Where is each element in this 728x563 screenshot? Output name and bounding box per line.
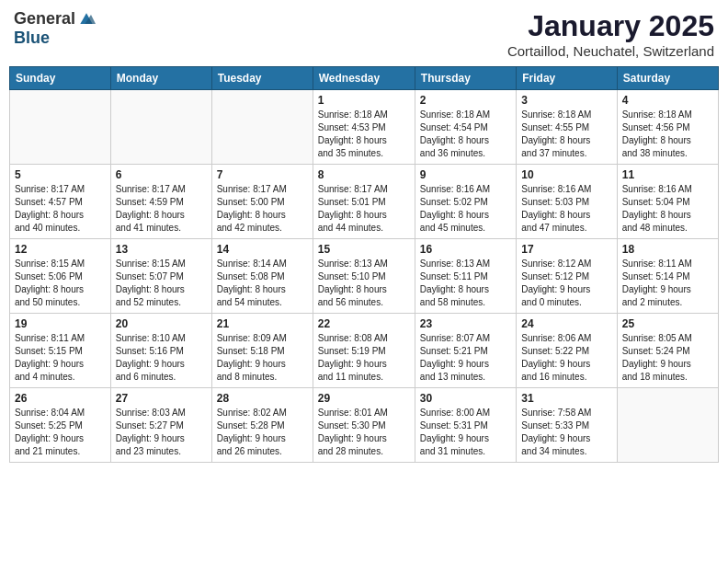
logo: General Blue (14, 9, 96, 48)
day-number: 17 (521, 243, 611, 256)
calendar-cell: 6Sunrise: 8:17 AM Sunset: 4:59 PM Daylig… (110, 165, 211, 239)
calendar-cell: 20Sunrise: 8:10 AM Sunset: 5:16 PM Dayli… (110, 314, 211, 388)
day-number: 24 (521, 317, 611, 330)
day-number: 14 (217, 243, 308, 256)
day-info: Sunrise: 8:14 AM Sunset: 5:08 PM Dayligh… (217, 258, 308, 309)
calendar-cell: 8Sunrise: 8:17 AM Sunset: 5:01 PM Daylig… (313, 165, 415, 239)
calendar-header-row: SundayMondayTuesdayWednesdayThursdayFrid… (10, 67, 719, 90)
calendar-cell: 3Sunrise: 8:18 AM Sunset: 4:55 PM Daylig… (517, 90, 617, 165)
day-number: 2 (420, 94, 511, 107)
calendar-cell: 31Sunrise: 7:58 AM Sunset: 5:33 PM Dayli… (517, 388, 617, 463)
calendar-cell: 19Sunrise: 8:11 AM Sunset: 5:15 PM Dayli… (10, 314, 111, 388)
calendar: SundayMondayTuesdayWednesdayThursdayFrid… (9, 66, 719, 463)
day-number: 23 (420, 317, 511, 330)
day-number: 5 (15, 168, 106, 181)
day-info: Sunrise: 8:17 AM Sunset: 4:59 PM Dayligh… (116, 183, 207, 235)
logo-blue: Blue (14, 29, 50, 48)
page-header: General Blue January 2025 Cortaillod, Ne… (9, 9, 719, 59)
calendar-cell: 17Sunrise: 8:12 AM Sunset: 5:12 PM Dayli… (517, 239, 617, 314)
weekday-header: Thursday (415, 67, 516, 90)
day-info: Sunrise: 8:01 AM Sunset: 5:30 PM Dayligh… (318, 407, 410, 458)
day-info: Sunrise: 8:05 AM Sunset: 5:24 PM Dayligh… (622, 332, 713, 384)
day-info: Sunrise: 8:11 AM Sunset: 5:15 PM Dayligh… (15, 332, 106, 384)
calendar-cell: 26Sunrise: 8:04 AM Sunset: 5:25 PM Dayli… (10, 388, 111, 463)
day-number: 9 (420, 168, 511, 181)
day-info: Sunrise: 8:11 AM Sunset: 5:14 PM Dayligh… (622, 258, 713, 309)
day-number: 11 (622, 168, 713, 181)
calendar-cell: 18Sunrise: 8:11 AM Sunset: 5:14 PM Dayli… (617, 239, 718, 314)
day-info: Sunrise: 8:13 AM Sunset: 5:11 PM Dayligh… (420, 258, 511, 309)
day-info: Sunrise: 8:17 AM Sunset: 4:57 PM Dayligh… (15, 183, 106, 235)
weekday-header: Wednesday (313, 67, 415, 90)
calendar-cell: 16Sunrise: 8:13 AM Sunset: 5:11 PM Dayli… (415, 239, 516, 314)
calendar-cell: 25Sunrise: 8:05 AM Sunset: 5:24 PM Dayli… (617, 314, 718, 388)
day-number: 29 (318, 392, 410, 405)
weekday-header: Monday (110, 67, 211, 90)
calendar-week-row: 5Sunrise: 8:17 AM Sunset: 4:57 PM Daylig… (10, 165, 719, 239)
calendar-cell: 9Sunrise: 8:16 AM Sunset: 5:02 PM Daylig… (415, 165, 516, 239)
calendar-cell: 4Sunrise: 8:18 AM Sunset: 4:56 PM Daylig… (617, 90, 718, 165)
day-number: 27 (116, 392, 207, 405)
calendar-cell: 13Sunrise: 8:15 AM Sunset: 5:07 PM Dayli… (110, 239, 211, 314)
calendar-cell: 5Sunrise: 8:17 AM Sunset: 4:57 PM Daylig… (10, 165, 111, 239)
day-number: 31 (521, 392, 611, 405)
calendar-cell (10, 90, 111, 165)
weekday-header: Saturday (617, 67, 718, 90)
day-number: 16 (420, 243, 511, 256)
day-info: Sunrise: 8:12 AM Sunset: 5:12 PM Dayligh… (521, 258, 611, 309)
calendar-cell: 27Sunrise: 8:03 AM Sunset: 5:27 PM Dayli… (110, 388, 211, 463)
day-number: 3 (521, 94, 611, 107)
calendar-cell: 10Sunrise: 8:16 AM Sunset: 5:03 PM Dayli… (517, 165, 617, 239)
day-number: 13 (116, 243, 207, 256)
day-number: 18 (622, 243, 713, 256)
day-number: 1 (318, 94, 410, 107)
day-number: 22 (318, 317, 410, 330)
day-info: Sunrise: 7:58 AM Sunset: 5:33 PM Dayligh… (521, 407, 611, 458)
calendar-cell: 30Sunrise: 8:00 AM Sunset: 5:31 PM Dayli… (415, 388, 516, 463)
calendar-cell: 7Sunrise: 8:17 AM Sunset: 5:00 PM Daylig… (211, 165, 313, 239)
day-info: Sunrise: 8:10 AM Sunset: 5:16 PM Dayligh… (116, 332, 207, 384)
day-info: Sunrise: 8:16 AM Sunset: 5:04 PM Dayligh… (622, 183, 713, 235)
calendar-cell: 1Sunrise: 8:18 AM Sunset: 4:53 PM Daylig… (313, 90, 415, 165)
day-number: 30 (420, 392, 511, 405)
calendar-cell: 21Sunrise: 8:09 AM Sunset: 5:18 PM Dayli… (211, 314, 313, 388)
day-number: 28 (217, 392, 308, 405)
calendar-cell: 29Sunrise: 8:01 AM Sunset: 5:30 PM Dayli… (313, 388, 415, 463)
day-info: Sunrise: 8:17 AM Sunset: 5:00 PM Dayligh… (217, 183, 308, 235)
calendar-week-row: 26Sunrise: 8:04 AM Sunset: 5:25 PM Dayli… (10, 388, 719, 463)
calendar-cell (110, 90, 211, 165)
weekday-header: Sunday (10, 67, 111, 90)
calendar-cell: 15Sunrise: 8:13 AM Sunset: 5:10 PM Dayli… (313, 239, 415, 314)
calendar-cell (211, 90, 313, 165)
day-info: Sunrise: 8:17 AM Sunset: 5:01 PM Dayligh… (318, 183, 410, 235)
day-info: Sunrise: 8:15 AM Sunset: 5:06 PM Dayligh… (15, 258, 106, 309)
calendar-cell: 24Sunrise: 8:06 AM Sunset: 5:22 PM Dayli… (517, 314, 617, 388)
day-number: 20 (116, 317, 207, 330)
calendar-cell: 22Sunrise: 8:08 AM Sunset: 5:19 PM Dayli… (313, 314, 415, 388)
day-number: 26 (15, 392, 106, 405)
weekday-header: Friday (517, 67, 617, 90)
calendar-cell: 14Sunrise: 8:14 AM Sunset: 5:08 PM Dayli… (211, 239, 313, 314)
calendar-week-row: 19Sunrise: 8:11 AM Sunset: 5:15 PM Dayli… (10, 314, 719, 388)
day-info: Sunrise: 8:00 AM Sunset: 5:31 PM Dayligh… (420, 407, 511, 458)
day-number: 15 (318, 243, 410, 256)
day-number: 12 (15, 243, 106, 256)
calendar-week-row: 12Sunrise: 8:15 AM Sunset: 5:06 PM Dayli… (10, 239, 719, 314)
day-number: 8 (318, 168, 410, 181)
day-info: Sunrise: 8:18 AM Sunset: 4:55 PM Dayligh… (521, 109, 611, 160)
calendar-cell (617, 388, 718, 463)
day-number: 6 (116, 168, 207, 181)
calendar-cell: 2Sunrise: 8:18 AM Sunset: 4:54 PM Daylig… (415, 90, 516, 165)
logo-icon (77, 10, 96, 29)
calendar-cell: 12Sunrise: 8:15 AM Sunset: 5:06 PM Dayli… (10, 239, 111, 314)
calendar-cell: 23Sunrise: 8:07 AM Sunset: 5:21 PM Dayli… (415, 314, 516, 388)
day-info: Sunrise: 8:07 AM Sunset: 5:21 PM Dayligh… (420, 332, 511, 384)
weekday-header: Tuesday (211, 67, 313, 90)
day-info: Sunrise: 8:16 AM Sunset: 5:03 PM Dayligh… (521, 183, 611, 235)
day-number: 10 (521, 168, 611, 181)
day-info: Sunrise: 8:18 AM Sunset: 4:54 PM Dayligh… (420, 109, 511, 160)
day-info: Sunrise: 8:03 AM Sunset: 5:27 PM Dayligh… (116, 407, 207, 458)
day-info: Sunrise: 8:16 AM Sunset: 5:02 PM Dayligh… (420, 183, 511, 235)
day-info: Sunrise: 8:06 AM Sunset: 5:22 PM Dayligh… (521, 332, 611, 384)
day-number: 21 (217, 317, 308, 330)
